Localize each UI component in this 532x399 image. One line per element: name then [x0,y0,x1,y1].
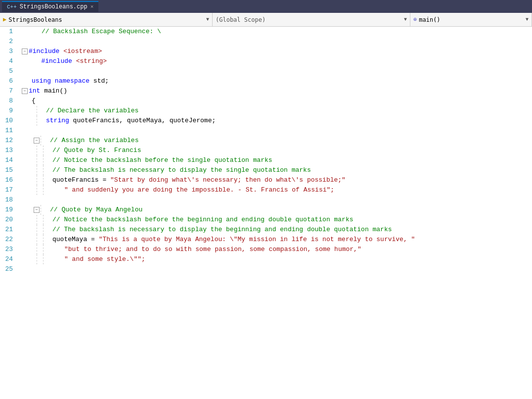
code-line-2 [22,37,532,47]
collapse-3[interactable]: − [22,49,28,54]
collapse-12[interactable]: − [34,138,40,144]
code-editor[interactable]: 1 2 3 4 5 6 7 8 9 10 11 12 13 14 15 16 1… [0,27,532,399]
code-lines[interactable]: // Backslash Escape Sequence: \ −#includ… [20,27,532,399]
code-line-17: " and suddenly you are doing the impossi… [22,185,532,195]
project-name: StringsBooleans [8,16,62,23]
code-area[interactable]: 1 2 3 4 5 6 7 8 9 10 11 12 13 14 15 16 1… [0,27,532,399]
code-line-23: "but to thrive; and to do so with some p… [22,245,532,254]
file-tab[interactable]: C++ StringsBooleans.cpp × [2,1,98,12]
code-line-3: −#include <iostream> [22,47,532,56]
code-line-6: using namespace std; [22,76,532,86]
func-icon: ⊕ [413,16,417,23]
func-selector[interactable]: ⊕ main() ▼ [410,13,532,26]
code-line-20: // Notice the backslash before the begin… [22,215,532,225]
scope-label: (Global Scope) [216,16,266,23]
code-line-15: // The backslash is necessary to display… [22,165,532,175]
code-line-12: − // Assign the variables [22,136,532,146]
collapse-19[interactable]: − [34,207,40,213]
func-name: main() [419,16,440,23]
scope-selector[interactable]: (Global Scope) ▼ [213,13,410,26]
code-line-5 [22,66,532,76]
code-line-13: // Quote by St. Francis [22,146,532,155]
code-line-1: // Backslash Escape Sequence: \ [22,27,532,37]
code-line-10: string quoteFrancis, quoteMaya, quoteJer… [22,116,532,126]
code-line-16: quoteFrancis = "Start by doing what\'s n… [22,175,532,185]
project-icon: ▶ [3,16,6,23]
code-line-9: // Declare the variables [22,106,532,116]
code-line-14: // Notice the backslash before the singl… [22,155,532,165]
code-line-24: " and some style.\""; [22,254,532,264]
code-line-18 [22,195,532,205]
scope-dropdown-arrow[interactable]: ▼ [404,17,407,22]
code-line-19: − // Quote by Maya Angelou [22,205,532,215]
tab-label: StringsBooleans.cpp [20,3,88,10]
code-line-25 [22,264,532,274]
file-icon: C++ [7,4,17,10]
code-line-22: quoteMaya = "This is a quote by Maya Ang… [22,235,532,245]
func-dropdown-arrow[interactable]: ▼ [526,17,529,22]
line-numbers: 1 2 3 4 5 6 7 8 9 10 11 12 13 14 15 16 1… [0,27,20,399]
toolbar: ▶ StringsBooleans ▼ (Global Scope) ▼ ⊕ m… [0,13,532,27]
code-line-8: { [22,96,532,106]
code-line-4: #include <string> [22,56,532,66]
project-selector[interactable]: ▶ StringsBooleans ▼ [0,13,213,26]
code-line-11 [22,126,532,136]
collapse-7[interactable]: − [22,88,28,94]
code-line-7: −int main() [22,86,532,96]
title-bar: C++ StringsBooleans.cpp × [0,0,532,13]
tab-close-button[interactable]: × [90,4,94,10]
code-line-21: // The backslash is necessary to display… [22,225,532,235]
project-dropdown-arrow[interactable]: ▼ [206,17,209,22]
